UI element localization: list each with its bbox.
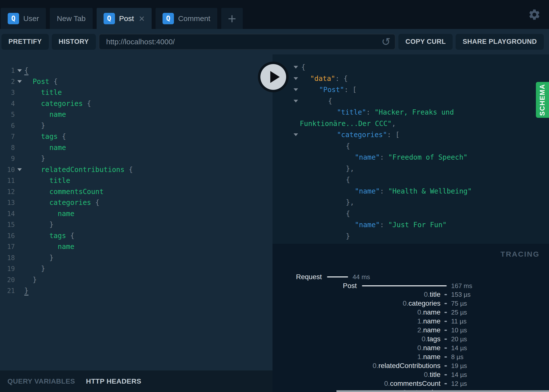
line-number: 19 bbox=[0, 263, 15, 274]
endpoint-input[interactable]: http://localhost:4000/ ↺ bbox=[99, 34, 396, 50]
duration-dash bbox=[444, 312, 447, 313]
share-playground-button[interactable]: SHARE PLAYGROUND bbox=[456, 34, 544, 50]
code-text: title bbox=[24, 87, 62, 98]
trace-resolver-label: 0.commentsCount bbox=[273, 380, 440, 388]
copy-curl-button[interactable]: COPY CURL bbox=[398, 34, 453, 50]
response-text: "Post": [ bbox=[319, 84, 357, 96]
response-text: "name": "Health & Wellbeing" bbox=[355, 186, 472, 197]
resolver-index: 1. bbox=[417, 353, 423, 361]
trace-resolver-label: 1.name bbox=[273, 353, 440, 361]
editor-line: 8 name bbox=[0, 142, 273, 153]
response-line: "name": "Just For Fun" bbox=[273, 219, 549, 231]
line-number: 15 bbox=[0, 219, 15, 230]
editor-line: 14 name bbox=[0, 208, 273, 220]
response-viewer: {"data": {"Post": [{"title": "Hacker, Fr… bbox=[273, 54, 549, 244]
editor-line: 12 commentsCount bbox=[0, 186, 273, 197]
resolver-index: 0. bbox=[422, 335, 427, 343]
line-number: 13 bbox=[0, 197, 15, 208]
close-tab-icon[interactable]: × bbox=[139, 14, 145, 24]
tab-label: Comment bbox=[178, 14, 210, 23]
tab-label: New Tab bbox=[57, 14, 85, 23]
response-line: "title": "Hacker, Freaks und bbox=[273, 107, 549, 118]
fold-arrow-icon[interactable] bbox=[17, 168, 22, 171]
fold-arrow-icon[interactable] bbox=[294, 100, 298, 102]
resolver-index: 1. bbox=[417, 317, 423, 325]
query-editor[interactable]: 1{2 Post {3 title4 categories {5 name6 }… bbox=[0, 54, 273, 370]
bottom-bar: QUERY VARIABLES HTTP HEADERS bbox=[0, 370, 273, 392]
trace-resolver-duration: 10 µs bbox=[451, 326, 467, 334]
http-headers-tab[interactable]: HTTP HEADERS bbox=[86, 377, 141, 385]
line-number: 17 bbox=[0, 241, 15, 252]
fold-arrow-icon[interactable] bbox=[294, 66, 298, 69]
trace-resolver-row: 0.title153 µs bbox=[273, 290, 549, 299]
endpoint-url: http://localhost:4000/ bbox=[106, 38, 382, 46]
trace-resolver-label: 0.tags bbox=[273, 335, 440, 343]
trace-resolver-duration: 11 µs bbox=[451, 318, 467, 325]
fold-arrow-icon[interactable] bbox=[17, 69, 22, 72]
code-text: title bbox=[24, 175, 70, 186]
editor-line: 21} bbox=[0, 285, 273, 296]
execute-query-button[interactable] bbox=[258, 62, 289, 92]
tab-post[interactable]: QPost× bbox=[97, 8, 152, 29]
response-line: }, bbox=[273, 197, 549, 208]
trace-resolver-row: 0.name14 µs bbox=[273, 343, 549, 352]
schema-button[interactable]: SCHEMA bbox=[536, 82, 549, 118]
resolver-index: 0. bbox=[373, 362, 378, 369]
horizontal-scrollbar[interactable] bbox=[336, 390, 549, 392]
line-number: 11 bbox=[0, 175, 15, 186]
line-number: 14 bbox=[0, 208, 15, 220]
trace-resolver-duration: 25 µs bbox=[451, 309, 467, 316]
editor-line: 5 name bbox=[0, 109, 273, 120]
new-tab-button[interactable]: + bbox=[221, 8, 243, 29]
response-text: "data": { bbox=[310, 73, 348, 84]
line-number: 18 bbox=[0, 252, 15, 264]
editor-line: 2 Post { bbox=[0, 76, 273, 87]
editor-line: 6 } bbox=[0, 120, 273, 131]
resolver-field: relatedContributions bbox=[378, 362, 440, 369]
fold-arrow-icon[interactable] bbox=[294, 133, 298, 136]
code-text: } bbox=[24, 120, 45, 131]
resolver-field: name bbox=[423, 326, 440, 334]
tab-bar: QUserNew TabQPost×QComment+ bbox=[0, 0, 549, 29]
response-text: Funktionäre...Der CCC", bbox=[300, 118, 396, 129]
duration-dash bbox=[444, 365, 447, 367]
duration-dash bbox=[444, 383, 447, 384]
response-line: }, bbox=[273, 163, 549, 174]
settings-button[interactable] bbox=[528, 8, 541, 21]
reload-schema-icon[interactable]: ↺ bbox=[382, 36, 391, 47]
duration-dash bbox=[444, 330, 447, 331]
prettify-button[interactable]: PRETTIFY bbox=[1, 34, 49, 50]
editor-line: 4 categories { bbox=[0, 98, 273, 109]
response-line: "Post": [ bbox=[273, 84, 549, 96]
response-text: }, bbox=[346, 163, 354, 174]
resolver-field: title bbox=[430, 291, 440, 298]
tab-new-tab[interactable]: New Tab bbox=[50, 8, 92, 29]
code-text: } bbox=[24, 274, 37, 286]
line-number: 4 bbox=[0, 98, 15, 109]
fold-arrow-icon[interactable] bbox=[294, 88, 298, 91]
query-variables-tab[interactable]: QUERY VARIABLES bbox=[7, 377, 75, 385]
code-text: commentsCount bbox=[24, 186, 104, 197]
code-text: categories { bbox=[24, 197, 99, 208]
response-text: { bbox=[346, 141, 350, 152]
tab-comment[interactable]: QComment bbox=[156, 8, 217, 29]
tab-user[interactable]: QUser bbox=[1, 8, 46, 29]
code-text: } bbox=[24, 285, 28, 296]
line-number: 5 bbox=[0, 109, 15, 120]
trace-resolver-row: 0.categories75 µs bbox=[273, 299, 549, 308]
trace-resolver-label: 0.name bbox=[273, 308, 440, 316]
history-button[interactable]: HISTORY bbox=[52, 34, 96, 50]
editor-line: 7 tags { bbox=[0, 131, 273, 142]
trace-resolver-duration: 14 µs bbox=[451, 371, 467, 379]
resolver-index: 0. bbox=[424, 291, 430, 298]
fold-arrow-icon[interactable] bbox=[294, 77, 298, 80]
line-number: 2 bbox=[0, 76, 15, 87]
code-text: tags { bbox=[24, 131, 66, 142]
fold-arrow-icon[interactable] bbox=[17, 80, 22, 83]
line-number: 12 bbox=[0, 186, 15, 197]
trace-span-bar bbox=[362, 285, 447, 286]
tab-label: Post bbox=[119, 14, 134, 23]
trace-resolver-duration: 12 µs bbox=[451, 380, 467, 388]
editor-line: 3 title bbox=[0, 87, 273, 98]
line-number: 6 bbox=[0, 120, 15, 131]
